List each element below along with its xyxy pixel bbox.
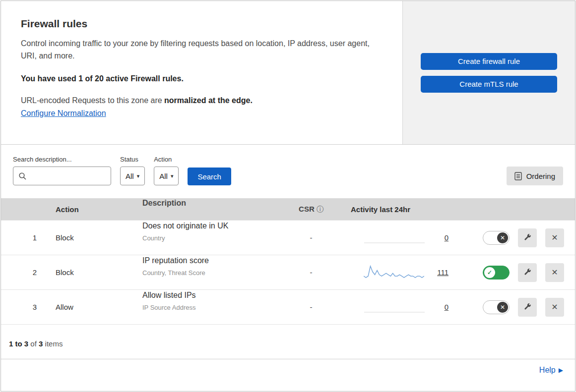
rule-action: Block: [46, 268, 132, 277]
status-filter-group: Status All ▾: [120, 156, 145, 185]
ordering-button-label: Ordering: [526, 172, 555, 180]
action-label: Action: [154, 156, 179, 163]
pagination-summary: 1 to 3 of 3 items: [1, 325, 575, 359]
search-group: Search description...: [13, 156, 111, 185]
help-link-label: Help: [539, 366, 556, 375]
ordering-button[interactable]: Ordering: [507, 167, 563, 185]
edit-rule-button[interactable]: [518, 298, 537, 317]
close-icon: ✕: [551, 233, 558, 242]
chevron-down-icon: ▾: [171, 173, 174, 179]
activity-count-link[interactable]: 0: [438, 233, 448, 242]
csr-column-header: CSR ⓘ: [286, 205, 336, 214]
rule-description: Allow listed IPs: [142, 289, 286, 302]
page-description: Control incoming traffic to your zone by…: [21, 38, 383, 62]
table-row: 2 Block IP reputation score Country, Thr…: [1, 255, 575, 289]
delete-rule-button[interactable]: ✕: [545, 298, 564, 317]
normalization-bold-text: normalized at the edge.: [164, 96, 253, 105]
delete-rule-button[interactable]: ✕: [545, 228, 564, 247]
activity-sparkline: [364, 264, 424, 281]
actions-panel: Create firewall rule Create mTLS rule: [403, 1, 575, 144]
wrench-icon: [523, 303, 532, 311]
rule-controls: ✓ ✕: [462, 263, 575, 282]
overview-section: Firewall rules Control incoming traffic …: [1, 1, 575, 145]
rule-action: Block: [46, 233, 132, 242]
action-selected-value: All: [159, 172, 168, 180]
search-input-wrapper: [13, 167, 111, 185]
table-row: 1 Block Does not originate in UK Country…: [1, 220, 575, 255]
rule-activity-cell: 0: [336, 298, 462, 316]
delete-rule-button[interactable]: ✕: [545, 263, 564, 282]
rule-csr-value: -: [286, 303, 336, 311]
overview-text-panel: Firewall rules Control incoming traffic …: [1, 1, 403, 144]
search-button[interactable]: Search: [188, 168, 231, 185]
table-header-row: Action Description CSR ⓘ Activity last 2…: [1, 198, 575, 220]
ordering-icon: [514, 172, 522, 180]
rule-description: IP reputation score: [142, 255, 286, 267]
rule-priority: 3: [1, 303, 46, 311]
close-icon: ✕: [551, 268, 558, 277]
status-label: Status: [120, 156, 145, 163]
rule-priority: 2: [1, 268, 46, 277]
toggle-knob-icon: ✕: [497, 232, 508, 243]
rule-enabled-toggle[interactable]: ✓: [483, 266, 510, 280]
table-row: 3 Allow Allow listed IPs IP Source Addre…: [1, 289, 575, 324]
filter-bar: Search description... Status All ▾ Actio…: [1, 145, 575, 198]
rule-activity-cell: 0: [336, 229, 462, 247]
items-label: items: [45, 339, 63, 348]
csr-header-label: CSR: [299, 205, 315, 213]
rule-enabled-toggle[interactable]: ✕: [483, 300, 510, 314]
action-filter-group: Action All ▾: [154, 156, 179, 185]
info-icon[interactable]: ⓘ: [317, 205, 323, 213]
rule-description-cell: Does not originate in UK Country: [132, 220, 286, 244]
edit-rule-button[interactable]: [518, 263, 537, 282]
configure-normalization-link[interactable]: Configure Normalization: [21, 109, 106, 118]
items-of-label: of: [30, 339, 37, 348]
firewall-rules-page: Firewall rules Control incoming traffic …: [0, 0, 576, 392]
toggle-knob-icon: ✕: [497, 302, 508, 313]
rule-fields: IP Source Address: [142, 303, 286, 313]
toggle-knob-icon: ✓: [484, 267, 495, 278]
wrench-icon: [523, 268, 532, 277]
rule-priority: 1: [1, 233, 46, 242]
rule-fields: Country: [142, 233, 286, 243]
items-count: 3: [39, 339, 43, 348]
rule-controls: ✕ ✕: [462, 298, 575, 317]
rule-fields: Country, Threat Score: [142, 268, 286, 278]
search-input[interactable]: [30, 171, 105, 181]
normalization-note: URL-encoded Requests to this zone are no…: [21, 96, 383, 105]
rule-enabled-toggle[interactable]: ✕: [483, 231, 510, 245]
rule-description-cell: Allow listed IPs IP Source Address: [132, 289, 286, 313]
help-arrow-icon: ▶: [559, 367, 563, 374]
page-title: Firewall rules: [21, 18, 383, 30]
status-select[interactable]: All ▾: [120, 167, 145, 185]
chevron-down-icon: ▾: [137, 173, 140, 179]
rule-controls: ✕ ✕: [462, 228, 575, 247]
normalization-text: URL-encoded Requests to this zone are: [21, 96, 164, 105]
usage-summary: You have used 1 of 20 active Firewall ru…: [21, 74, 383, 83]
activity-sparkline: [364, 298, 425, 316]
activity-column-header: Activity last 24hr: [336, 205, 462, 214]
create-mtls-rule-button[interactable]: Create mTLS rule: [421, 76, 557, 93]
create-firewall-rule-button[interactable]: Create firewall rule: [421, 53, 557, 70]
help-link[interactable]: Help ▶: [539, 366, 563, 375]
rule-activity-cell: 111: [336, 264, 462, 281]
rule-description: Does not originate in UK: [142, 220, 286, 232]
activity-count-link[interactable]: 111: [437, 268, 448, 277]
table-body: 1 Block Does not originate in UK Country…: [1, 220, 575, 325]
action-column-header: Action: [46, 205, 132, 214]
edit-rule-button[interactable]: [518, 228, 537, 247]
action-select[interactable]: All ▾: [154, 167, 179, 185]
rule-csr-value: -: [286, 233, 336, 242]
items-range: 1 to 3: [9, 339, 28, 348]
search-label: Search description...: [13, 156, 111, 163]
activity-count-link[interactable]: 0: [438, 303, 448, 311]
help-bar: Help ▶: [1, 359, 575, 381]
rule-action: Allow: [46, 303, 132, 311]
rule-csr-value: -: [286, 268, 336, 277]
close-icon: ✕: [551, 302, 558, 312]
status-selected-value: All: [126, 172, 134, 180]
wrench-icon: [523, 233, 532, 242]
rules-table: Action Description CSR ⓘ Activity last 2…: [1, 198, 575, 325]
rule-description-cell: IP reputation score Country, Threat Scor…: [132, 255, 286, 279]
description-column-header: Description: [132, 197, 286, 210]
